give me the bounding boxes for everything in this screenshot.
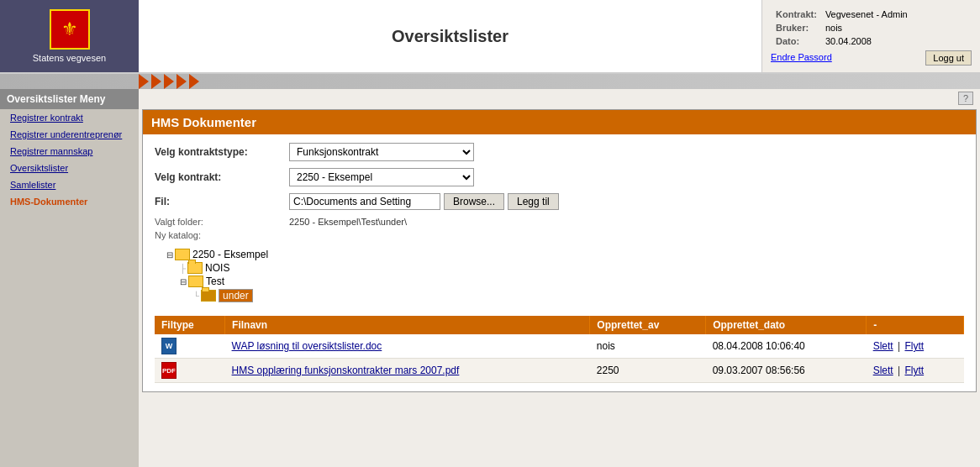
- slett-link[interactable]: Slett: [873, 365, 893, 376]
- kontrakt-select[interactable]: 2250 - Eksempel: [289, 168, 474, 186]
- action-separator: |: [895, 365, 904, 376]
- tree-root-label[interactable]: 2250 - Eksempel: [192, 249, 268, 260]
- valgt-folder-row: Valgt folder: 2250 - Eksempel\Test\under…: [155, 217, 964, 227]
- tree-toggle-root[interactable]: ⊟: [166, 250, 173, 260]
- tree-test-label[interactable]: Test: [206, 275, 224, 287]
- kontrakt-label: Kontrakt:: [772, 8, 820, 20]
- sidebar-item-registrer-underentreprenor[interactable]: Registrer underentreprenør: [0, 126, 139, 143]
- kontrakt-row: Velg kontrakt: 2250 - Eksempel: [155, 168, 964, 186]
- browse-button[interactable]: Browse...: [444, 193, 504, 210]
- kontraktstype-label: Velg kontraktstype:: [155, 146, 289, 158]
- header-title-area: Oversiktslister: [139, 0, 761, 72]
- doc-icon: W: [161, 338, 177, 354]
- dato-label: Dato:: [772, 35, 820, 47]
- col-filnavn: Filnavn: [225, 316, 590, 334]
- stripe-chevron-4: [177, 74, 187, 89]
- bruker-value: nois: [822, 22, 911, 34]
- sidebar-item-hms-dokumenter[interactable]: HMS-Dokumenter: [0, 193, 139, 210]
- content-area: ? HMS Dokumenter Velg kontraktstype: Fun…: [139, 89, 980, 467]
- slett-link[interactable]: Slett: [873, 340, 893, 352]
- sidebar-item-registrer-kontrakt[interactable]: Registrer kontrakt: [0, 109, 139, 126]
- ny-katalog-row: Ny katalog:: [155, 230, 964, 240]
- opprettet-dato-cell: 08.04.2008 10:06:40: [706, 334, 867, 359]
- col-opprettet-dato: Opprettet_dato: [706, 316, 867, 334]
- filename-cell: HMS opplæring funksjonskontrakter mars 2…: [225, 359, 590, 383]
- logo-shield: [50, 9, 90, 50]
- sidebar-item-oversiktslister[interactable]: Oversiktslister: [0, 160, 139, 176]
- kontrakt-select-label: Velg kontrakt:: [155, 171, 289, 183]
- tree-item-test[interactable]: ⊟ Test: [166, 275, 956, 287]
- sidebar: Oversiktslister Meny Registrer kontrakt …: [0, 89, 139, 467]
- folder-icon-test: [188, 275, 203, 287]
- dato-value: 30.04.2008: [822, 35, 911, 47]
- filename-cell: WAP løsning til oversiktslister.doc: [225, 334, 590, 359]
- table-row: WWAP løsning til oversiktslister.docnois…: [155, 334, 964, 359]
- pdf-icon: PDF: [161, 362, 177, 379]
- help-icon[interactable]: ?: [958, 92, 973, 105]
- actions-cell: Slett | Flytt: [867, 334, 964, 359]
- folder-icon-under: [201, 290, 216, 302]
- hms-panel: HMS Dokumenter Velg kontraktstype: Funks…: [142, 109, 977, 392]
- opprettet-av-cell: 2250: [590, 359, 706, 383]
- flytt-link[interactable]: Flytt: [904, 340, 924, 352]
- logo-text: Statens vegvesen: [33, 53, 106, 63]
- tree-item-under[interactable]: └ under: [166, 289, 956, 302]
- help-icon-area: ?: [139, 89, 980, 106]
- file-type-cell: W: [155, 334, 225, 359]
- folder-tree: ⊟ 2250 - Eksempel ├ NOIS ⊟ Test: [155, 244, 964, 311]
- kontraktstype-control: Funksjonskontrakt: [289, 143, 474, 161]
- valgt-folder-value: 2250 - Eksempel\Test\under\: [289, 217, 407, 227]
- actions-cell: Slett | Flytt: [867, 359, 964, 383]
- logo-area: Statens vegvesen: [0, 0, 139, 72]
- folder-icon-root: [175, 249, 190, 260]
- fil-input[interactable]: [289, 193, 440, 210]
- kontrakt-value: Vegvesenet - Admin: [822, 8, 911, 20]
- sidebar-item-registrer-mannskap[interactable]: Registrer mannskap: [0, 143, 139, 160]
- tree-item-nois[interactable]: ├ NOIS: [166, 262, 956, 274]
- file-table: Filtype Filnavn Opprettet_av Opprettet_d…: [155, 316, 964, 383]
- col-opprettet-av: Opprettet_av: [590, 316, 706, 334]
- header-info: Kontrakt: Vegvesenet - Admin Bruker: noi…: [761, 0, 980, 72]
- file-type-cell: PDF: [155, 359, 225, 383]
- logg-ut-button[interactable]: Logg ut: [925, 50, 972, 66]
- legg-til-button[interactable]: Legg til: [508, 193, 559, 210]
- col-actions: -: [867, 316, 964, 334]
- kontraktstype-row: Velg kontraktstype: Funksjonskontrakt: [155, 143, 964, 161]
- tree-nois-label[interactable]: NOIS: [205, 262, 229, 274]
- tree-under-label[interactable]: under: [219, 289, 253, 302]
- col-filtype: Filtype: [155, 316, 225, 334]
- sidebar-item-samlelister[interactable]: Samlelister: [0, 176, 139, 193]
- fil-label: Fil:: [155, 196, 289, 207]
- folder-icon-nois: [187, 262, 203, 274]
- fil-control: Browse... Legg til: [289, 193, 559, 210]
- kontraktstype-select[interactable]: Funksjonskontrakt: [289, 143, 474, 161]
- valgt-folder-label: Valgt folder:: [155, 217, 289, 227]
- tree-line-1: ├: [180, 264, 186, 273]
- opprettet-dato-cell: 09.03.2007 08:56:56: [706, 359, 867, 383]
- sidebar-title: Oversiktslister Meny: [0, 89, 139, 109]
- tree-line-2: └: [193, 291, 199, 301]
- stripe: [0, 74, 980, 89]
- ny-katalog-label: Ny katalog:: [155, 230, 289, 240]
- opprettet-av-cell: nois: [590, 334, 706, 359]
- sidebar-menu: Registrer kontrakt Registrer underentrep…: [0, 109, 139, 210]
- stripe-chevron-3: [164, 74, 174, 89]
- table-row: PDFHMS opplæring funksjonskontrakter mar…: [155, 359, 964, 383]
- stripe-chevron-1: [139, 74, 149, 89]
- fil-row: Fil: Browse... Legg til: [155, 193, 964, 210]
- page-title: Oversiktslister: [392, 27, 508, 46]
- hms-panel-title: HMS Dokumenter: [143, 110, 976, 134]
- action-separator: |: [895, 340, 904, 352]
- filename-link[interactable]: WAP løsning til oversiktslister.doc: [232, 340, 382, 352]
- tree-toggle-test[interactable]: ⊟: [180, 277, 187, 286]
- tree-root[interactable]: ⊟ 2250 - Eksempel: [166, 249, 956, 260]
- flytt-link[interactable]: Flytt: [904, 365, 924, 376]
- form-area: Velg kontraktstype: Funksjonskontrakt Ve…: [143, 134, 976, 391]
- stripe-chevron-2: [151, 74, 161, 89]
- filename-link[interactable]: HMS opplæring funksjonskontrakter mars 2…: [232, 365, 460, 376]
- stripe-chevron-5: [189, 74, 199, 89]
- bruker-label: Bruker:: [772, 22, 820, 34]
- kontrakt-control: 2250 - Eksempel: [289, 168, 474, 186]
